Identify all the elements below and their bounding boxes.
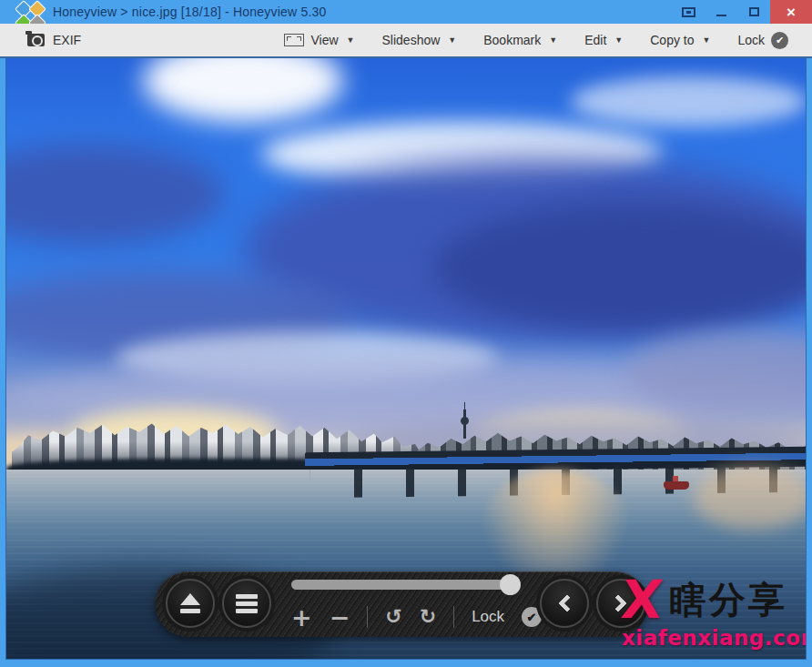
fullscreen-icon <box>682 7 695 17</box>
chevron-down-icon: ▼ <box>614 35 623 45</box>
image-viewport: + − ↺ ↻ Lock ✔ X <box>0 58 812 667</box>
exif-label: EXIF <box>53 33 81 47</box>
cloud <box>571 76 806 126</box>
chevron-down-icon: ▼ <box>549 35 557 45</box>
cloud <box>143 58 343 122</box>
camera-icon <box>27 34 45 46</box>
slideshow-menu[interactable]: Slideshow ▼ <box>382 33 457 47</box>
slider-handle[interactable] <box>500 574 521 595</box>
minimize-button[interactable] <box>705 0 737 24</box>
copy-to-menu[interactable]: Copy to ▼ <box>650 33 710 47</box>
check-icon[interactable]: ✔ <box>522 607 542 627</box>
chevron-down-icon: ▼ <box>448 35 456 45</box>
title-bar[interactable]: Honeyview > nice.jpg [18/18] - Honeyview… <box>0 0 812 24</box>
boat <box>664 481 689 490</box>
divider <box>367 606 368 628</box>
slideshow-label: Slideshow <box>382 33 441 47</box>
divider <box>453 606 454 628</box>
view-menu[interactable]: View ▼ <box>284 33 354 47</box>
fit-to-window-icon <box>284 34 304 46</box>
menu-button[interactable] <box>222 579 271 628</box>
open-file-button[interactable] <box>166 579 215 628</box>
exif-button[interactable]: EXIF <box>27 33 81 47</box>
seoul-tower-silhouette <box>463 409 466 439</box>
maximize-button[interactable] <box>737 0 770 24</box>
control-bar-actions: + − ↺ ↻ Lock ✔ <box>291 601 542 633</box>
lock-toggle-label[interactable]: Lock <box>472 608 504 626</box>
copy-to-label: Copy to <box>650 33 694 47</box>
rotate-ccw-button[interactable]: ↺ <box>385 607 401 627</box>
chevron-down-icon: ▼ <box>347 35 355 45</box>
cloud <box>6 145 225 245</box>
close-icon: × <box>787 5 796 20</box>
chevron-down-icon: ▼ <box>703 35 711 45</box>
site-watermark: X 瞎分享 xiafenxiang.com <box>622 573 806 649</box>
window-controls: × <box>672 0 812 24</box>
window-title: Honeyview > nice.jpg [18/18] - Honeyview… <box>53 5 326 19</box>
fullscreen-button[interactable] <box>672 0 705 24</box>
watermark-row: X 瞎分享 <box>622 573 806 626</box>
view-label: View <box>310 33 338 47</box>
hamburger-icon <box>236 601 258 606</box>
bookmark-menu[interactable]: Bookmark ▼ <box>483 33 557 47</box>
main-toolbar: EXIF View ▼ Slideshow ▼ Bookmark ▼ Edit … <box>0 24 812 58</box>
lock-toggle[interactable]: Lock ✔ <box>737 32 788 49</box>
rotate-cw-button[interactable]: ↻ <box>420 607 436 627</box>
honeyview-window: Honeyview > nice.jpg [18/18] - Honeyview… <box>0 0 812 667</box>
watermark-domain: xiafenxiang.com <box>622 628 806 649</box>
minimize-icon <box>716 15 726 16</box>
watermark-x-logo: X <box>619 573 665 626</box>
previous-image-button[interactable] <box>540 579 589 628</box>
viewer-control-bar: + − ↺ ↻ Lock ✔ <box>155 571 648 637</box>
sun-reflection <box>694 466 806 530</box>
edit-label: Edit <box>584 33 606 47</box>
bookmark-label: Bookmark <box>483 33 541 47</box>
navigation-slider[interactable] <box>291 580 515 590</box>
close-button[interactable]: × <box>770 0 812 24</box>
edit-menu[interactable]: Edit ▼ <box>584 33 623 47</box>
maximize-icon <box>749 7 759 16</box>
eject-icon <box>178 593 202 613</box>
chevron-left-icon <box>558 594 576 612</box>
lock-label: Lock <box>737 33 765 47</box>
zoom-in-button[interactable]: + <box>291 605 312 630</box>
photo-canvas[interactable]: + − ↺ ↻ Lock ✔ X <box>6 58 806 659</box>
zoom-out-button[interactable]: − <box>330 605 350 630</box>
check-icon: ✔ <box>771 32 788 49</box>
toolbar-menus: View ▼ Slideshow ▼ Bookmark ▼ Edit ▼ Cop… <box>284 32 788 49</box>
watermark-chinese-text: 瞎分享 <box>670 581 787 618</box>
